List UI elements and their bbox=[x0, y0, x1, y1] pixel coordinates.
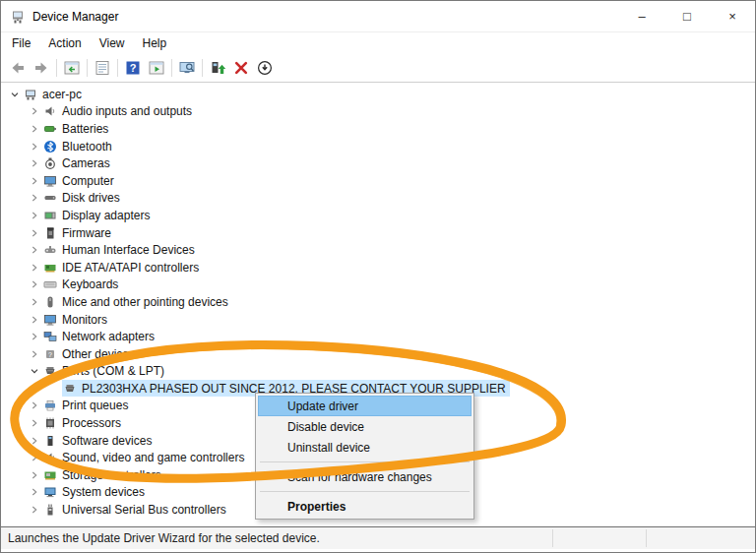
window-title: Device Manager bbox=[32, 10, 118, 24]
unknown-device-icon: ? bbox=[43, 347, 58, 361]
chevron-right-icon[interactable] bbox=[27, 503, 42, 518]
tree-item-cameras[interactable]: Cameras bbox=[1, 154, 755, 172]
chevron-right-icon[interactable] bbox=[27, 173, 42, 188]
bluetooth-icon bbox=[43, 140, 58, 154]
tree-item-label: Cameras bbox=[62, 156, 110, 170]
menu-file[interactable]: File bbox=[3, 36, 39, 50]
menu-item-disable-device[interactable]: Disable device bbox=[258, 416, 472, 437]
tree-item-ports-com-lpt[interactable]: Ports (COM & LPT) bbox=[1, 363, 755, 381]
menu-item-properties[interactable]: Properties bbox=[258, 496, 472, 517]
chevron-right-icon[interactable] bbox=[27, 312, 42, 327]
tree-item-firmware[interactable]: Firmware bbox=[1, 224, 755, 242]
window-controls: – □ × bbox=[619, 1, 755, 31]
close-button[interactable]: × bbox=[710, 1, 755, 31]
device-manager-screenshot: Device Manager – □ × FileActionViewHelp … bbox=[0, 0, 756, 553]
menu-help[interactable]: Help bbox=[134, 36, 176, 50]
chevron-right-icon[interactable] bbox=[27, 104, 42, 119]
camera-icon bbox=[43, 156, 58, 170]
chevron-right-icon[interactable] bbox=[27, 433, 42, 448]
tree-item-label: Disk drives bbox=[62, 191, 120, 205]
tree-item-bluetooth[interactable]: Bluetooth bbox=[1, 138, 755, 155]
chevron-right-icon[interactable] bbox=[27, 225, 42, 240]
chevron-down-icon[interactable] bbox=[7, 87, 23, 101]
status-bar-separator bbox=[552, 529, 553, 547]
chevron-right-icon[interactable] bbox=[27, 399, 42, 413]
tree-item-label: Other devices bbox=[62, 347, 135, 361]
help-icon[interactable]: ? bbox=[121, 57, 145, 80]
toolbar-separator bbox=[202, 59, 203, 77]
back-icon[interactable] bbox=[6, 57, 30, 80]
action-pane-icon[interactable] bbox=[145, 57, 168, 80]
chevron-right-icon[interactable] bbox=[27, 451, 42, 465]
tree-item-label: Firmware bbox=[62, 226, 111, 240]
chevron-right-icon[interactable] bbox=[27, 330, 42, 344]
update-driver-icon[interactable] bbox=[206, 57, 229, 80]
tree-item-display-adapters[interactable]: Display adapters bbox=[1, 207, 755, 224]
forward-icon[interactable] bbox=[30, 57, 53, 80]
context-menu-separator bbox=[260, 491, 470, 492]
toolbar-separator bbox=[87, 59, 88, 77]
device-manager-window: Device Manager – □ × FileActionViewHelp … bbox=[0, 0, 756, 553]
chevron-right-icon[interactable] bbox=[27, 208, 42, 222]
tree-item-label: Human Interface Devices bbox=[62, 243, 195, 257]
menu-item-uninstall-device[interactable]: Uninstall device bbox=[258, 437, 472, 458]
menu-view[interactable]: View bbox=[91, 36, 134, 50]
tree-item-human-interface-devices[interactable]: Human Interface Devices bbox=[1, 241, 755, 259]
tree-item-computer[interactable]: Computer bbox=[1, 172, 755, 190]
tree-item-label: Universal Serial Bus controllers bbox=[62, 503, 226, 517]
hid-icon bbox=[43, 243, 58, 257]
tree-item-disk-drives[interactable]: Disk drives bbox=[1, 190, 755, 208]
monitor-icon bbox=[43, 313, 58, 327]
tree-item-label: Processors bbox=[62, 416, 121, 430]
tree-item-acer-pc[interactable]: acer-pc bbox=[1, 86, 755, 103]
chevron-right-icon[interactable] bbox=[27, 346, 42, 361]
title-bar[interactable]: Device Manager – □ × bbox=[1, 1, 755, 32]
tree-item-other-devices[interactable]: ?Other devices bbox=[1, 345, 755, 363]
usb-icon bbox=[43, 503, 58, 517]
tree-item-keyboards[interactable]: Keyboards bbox=[1, 276, 755, 294]
menu-item-scan-for-hardware-changes[interactable]: Scan for hardware changes bbox=[258, 466, 472, 487]
tree-item-ide-ata-atapi-controllers[interactable]: IDE ATA/ATAPI controllers bbox=[1, 259, 755, 276]
toolbar-separator bbox=[117, 59, 118, 77]
printer-icon bbox=[43, 399, 58, 412]
firmware-icon bbox=[43, 226, 58, 240]
menu-action[interactable]: Action bbox=[39, 36, 90, 50]
chevron-right-icon[interactable] bbox=[27, 416, 42, 431]
uninstall-device-icon[interactable] bbox=[229, 57, 253, 80]
tree-item-batteries[interactable]: Batteries bbox=[1, 120, 755, 138]
tree-item-network-adapters[interactable]: Network adapters bbox=[1, 328, 755, 345]
status-bar: Launches the Update Driver Wizard for th… bbox=[1, 526, 755, 549]
chevron-right-icon[interactable] bbox=[27, 243, 42, 258]
chevron-right-icon[interactable] bbox=[27, 121, 42, 136]
maximize-button[interactable]: □ bbox=[664, 1, 710, 31]
scan-hardware-icon[interactable] bbox=[175, 57, 199, 80]
chevron-right-icon[interactable] bbox=[27, 277, 42, 292]
tree-item-label: Software devices bbox=[62, 434, 152, 448]
minimize-button[interactable]: – bbox=[619, 1, 664, 31]
tree-item-monitors[interactable]: Monitors bbox=[1, 311, 755, 329]
tree-item-mice-and-other-pointing-devices[interactable]: Mice and other pointing devices bbox=[1, 293, 755, 311]
chevron-right-icon[interactable] bbox=[27, 191, 42, 206]
device-manager-app-icon bbox=[10, 9, 26, 25]
status-text: Launches the Update Driver Wizard for th… bbox=[8, 531, 320, 545]
serial-port-icon bbox=[63, 382, 78, 396]
chevron-right-icon[interactable] bbox=[27, 485, 42, 500]
storage-controller-icon bbox=[43, 468, 58, 482]
chevron-right-icon[interactable] bbox=[27, 294, 42, 309]
chevron-down-icon[interactable] bbox=[27, 364, 42, 379]
tree-item-audio-inputs-and-outputs[interactable]: Audio inputs and outputs bbox=[1, 103, 755, 121]
properties-icon[interactable] bbox=[91, 57, 114, 80]
context-menu-separator bbox=[260, 461, 470, 462]
tree-item-label: Display adapters bbox=[62, 209, 150, 222]
show-console-tree-icon[interactable] bbox=[60, 57, 84, 80]
chevron-right-icon[interactable] bbox=[27, 139, 42, 154]
svg-text:?: ? bbox=[48, 351, 52, 358]
processor-icon bbox=[43, 416, 58, 430]
chevron-right-icon[interactable] bbox=[27, 156, 42, 171]
chevron-right-icon[interactable] bbox=[27, 260, 42, 275]
tree-item-label: Batteries bbox=[62, 122, 108, 136]
disable-device-icon[interactable] bbox=[253, 57, 277, 80]
menu-item-update-driver[interactable]: Update driver bbox=[258, 396, 472, 416]
chevron-right-icon[interactable] bbox=[27, 467, 42, 482]
tree-item-label: Monitors bbox=[62, 313, 107, 327]
